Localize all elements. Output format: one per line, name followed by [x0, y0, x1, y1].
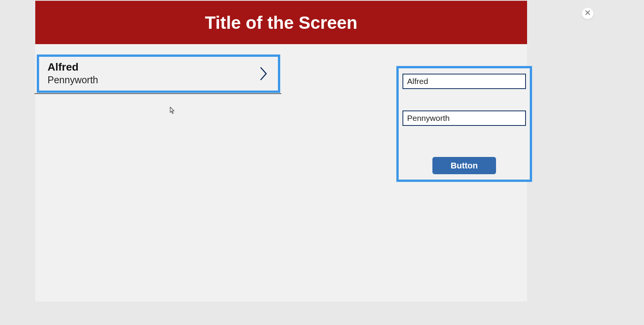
form-panel: Button — [396, 66, 532, 182]
screen-header: Title of the Screen — [35, 1, 527, 44]
app-frame: Title of the Screen Alfred Pennyworth — [35, 1, 527, 302]
chevron-right-icon — [260, 66, 269, 81]
submit-button[interactable]: Button — [432, 157, 496, 174]
cursor-icon — [170, 107, 175, 114]
close-icon — [585, 10, 590, 17]
close-button[interactable] — [582, 8, 593, 19]
list-item-divider — [34, 93, 281, 94]
first-name-input[interactable] — [402, 74, 526, 89]
list-item-subtitle: Pennyworth — [48, 73, 260, 87]
form-button-row: Button — [402, 126, 526, 177]
last-name-input[interactable] — [402, 111, 526, 126]
content-area: Alfred Pennyworth Button — [35, 44, 527, 302]
list-item[interactable]: Alfred Pennyworth — [37, 54, 280, 93]
screen-title: Title of the Screen — [205, 12, 358, 33]
list-item-title: Alfred — [48, 61, 260, 74]
list-item-text: Alfred Pennyworth — [48, 61, 260, 87]
